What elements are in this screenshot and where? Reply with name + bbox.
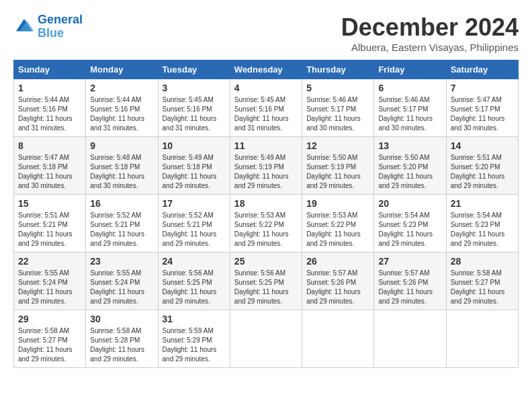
day-info: Sunrise: 5:58 AMSunset: 5:28 PMDaylight:…: [90, 327, 144, 363]
calendar-cell: 4 Sunrise: 5:45 AMSunset: 5:16 PMDayligh…: [230, 79, 302, 137]
weekday-header-friday: Friday: [374, 60, 446, 79]
day-info: Sunrise: 5:49 AMSunset: 5:18 PMDaylight:…: [163, 154, 217, 189]
calendar-cell: 29 Sunrise: 5:58 AMSunset: 5:27 PMDaylig…: [14, 310, 86, 368]
day-info: Sunrise: 5:47 AMSunset: 5:18 PMDaylight:…: [18, 154, 73, 189]
day-number: 5: [306, 83, 369, 93]
calendar-cell: 20 Sunrise: 5:54 AMSunset: 5:23 PMDaylig…: [374, 195, 446, 253]
day-number: 16: [90, 198, 153, 209]
calendar-cell: 30 Sunrise: 5:58 AMSunset: 5:28 PMDaylig…: [86, 310, 158, 368]
day-info: Sunrise: 5:50 AMSunset: 5:20 PMDaylight:…: [378, 154, 433, 189]
day-info: Sunrise: 5:55 AMSunset: 5:24 PMDaylight:…: [90, 269, 144, 305]
day-number: 3: [163, 83, 226, 93]
calendar-cell: 31 Sunrise: 5:59 AMSunset: 5:29 PMDaylig…: [158, 310, 230, 368]
calendar-cell: 28 Sunrise: 5:58 AMSunset: 5:27 PMDaylig…: [446, 253, 518, 310]
day-info: Sunrise: 5:53 AMSunset: 5:22 PMDaylight:…: [234, 212, 289, 247]
calendar-cell: 13 Sunrise: 5:50 AMSunset: 5:20 PMDaylig…: [374, 137, 446, 195]
day-info: Sunrise: 5:49 AMSunset: 5:19 PMDaylight:…: [234, 154, 289, 189]
calendar-cell: 22 Sunrise: 5:55 AMSunset: 5:24 PMDaylig…: [14, 253, 86, 310]
calendar-cell: 1 Sunrise: 5:44 AMSunset: 5:16 PMDayligh…: [14, 79, 86, 137]
calendar-cell: 19 Sunrise: 5:53 AMSunset: 5:22 PMDaylig…: [302, 195, 374, 253]
calendar-cell: 6 Sunrise: 5:46 AMSunset: 5:17 PMDayligh…: [374, 79, 446, 137]
calendar-cell: 23 Sunrise: 5:55 AMSunset: 5:24 PMDaylig…: [86, 253, 158, 310]
day-number: 12: [306, 140, 369, 151]
day-info: Sunrise: 5:52 AMSunset: 5:21 PMDaylight:…: [163, 212, 217, 247]
calendar-cell: 25 Sunrise: 5:56 AMSunset: 5:25 PMDaylig…: [230, 253, 302, 310]
day-info: Sunrise: 5:45 AMSunset: 5:16 PMDaylight:…: [163, 96, 217, 132]
weekday-header-thursday: Thursday: [302, 60, 374, 79]
day-number: 13: [378, 140, 441, 151]
calendar-table: SundayMondayTuesdayWednesdayThursdayFrid…: [13, 60, 519, 368]
day-info: Sunrise: 5:58 AMSunset: 5:27 PMDaylight:…: [451, 269, 505, 305]
day-number: 27: [378, 256, 441, 267]
day-number: 19: [306, 198, 369, 209]
day-info: Sunrise: 5:54 AMSunset: 5:23 PMDaylight:…: [378, 212, 433, 247]
weekday-header-saturday: Saturday: [446, 60, 518, 79]
calendar-cell: 17 Sunrise: 5:52 AMSunset: 5:21 PMDaylig…: [158, 195, 230, 253]
day-info: Sunrise: 5:56 AMSunset: 5:25 PMDaylight:…: [234, 269, 289, 305]
day-number: 10: [163, 140, 226, 151]
day-number: 11: [234, 140, 298, 151]
day-number: 26: [306, 256, 369, 267]
calendar-cell: 18 Sunrise: 5:53 AMSunset: 5:22 PMDaylig…: [230, 195, 302, 253]
day-number: 28: [451, 256, 514, 267]
day-number: 1: [18, 83, 81, 93]
day-number: 6: [378, 83, 441, 93]
week-row-1: 1 Sunrise: 5:44 AMSunset: 5:16 PMDayligh…: [14, 79, 519, 137]
calendar-cell: 15 Sunrise: 5:51 AMSunset: 5:21 PMDaylig…: [14, 195, 86, 253]
day-info: Sunrise: 5:51 AMSunset: 5:20 PMDaylight:…: [451, 154, 505, 189]
calendar-cell: [302, 310, 374, 368]
day-number: 31: [163, 314, 226, 324]
week-row-3: 15 Sunrise: 5:51 AMSunset: 5:21 PMDaylig…: [14, 195, 519, 253]
day-number: 29: [18, 314, 81, 324]
day-info: Sunrise: 5:52 AMSunset: 5:21 PMDaylight:…: [90, 212, 144, 247]
calendar-cell: [230, 310, 302, 368]
day-info: Sunrise: 5:58 AMSunset: 5:27 PMDaylight:…: [18, 327, 73, 363]
day-number: 14: [451, 140, 514, 151]
page-header: General Blue December 2024 Albuera, East…: [13, 13, 519, 53]
day-info: Sunrise: 5:51 AMSunset: 5:21 PMDaylight:…: [18, 212, 73, 247]
day-number: 2: [90, 83, 153, 93]
calendar-cell: 27 Sunrise: 5:57 AMSunset: 5:26 PMDaylig…: [374, 253, 446, 310]
day-info: Sunrise: 5:46 AMSunset: 5:17 PMDaylight:…: [378, 96, 433, 132]
day-info: Sunrise: 5:54 AMSunset: 5:23 PMDaylight:…: [451, 212, 505, 247]
weekday-header-tuesday: Tuesday: [158, 60, 230, 79]
day-number: 4: [234, 83, 298, 93]
weekday-header-sunday: Sunday: [14, 60, 86, 79]
calendar-cell: [374, 310, 446, 368]
day-info: Sunrise: 5:50 AMSunset: 5:19 PMDaylight:…: [306, 154, 361, 189]
calendar-cell: 24 Sunrise: 5:56 AMSunset: 5:25 PMDaylig…: [158, 253, 230, 310]
day-number: 18: [234, 198, 298, 209]
day-number: 22: [18, 256, 81, 267]
week-row-4: 22 Sunrise: 5:55 AMSunset: 5:24 PMDaylig…: [14, 253, 519, 310]
calendar-cell: 9 Sunrise: 5:48 AMSunset: 5:18 PMDayligh…: [86, 137, 158, 195]
logo: General Blue: [13, 13, 83, 40]
day-info: Sunrise: 5:45 AMSunset: 5:16 PMDaylight:…: [234, 96, 289, 132]
location: Albuera, Eastern Visayas, Philippines: [341, 42, 519, 53]
calendar-cell: 10 Sunrise: 5:49 AMSunset: 5:18 PMDaylig…: [158, 137, 230, 195]
day-number: 24: [163, 256, 226, 267]
day-number: 23: [90, 256, 153, 267]
day-info: Sunrise: 5:46 AMSunset: 5:17 PMDaylight:…: [306, 96, 361, 132]
day-number: 20: [378, 198, 441, 209]
calendar-cell: 26 Sunrise: 5:57 AMSunset: 5:26 PMDaylig…: [302, 253, 374, 310]
day-info: Sunrise: 5:57 AMSunset: 5:26 PMDaylight:…: [306, 269, 361, 305]
title-area: December 2024 Albuera, Eastern Visayas, …: [341, 13, 519, 53]
day-number: 9: [90, 140, 153, 151]
calendar-cell: 14 Sunrise: 5:51 AMSunset: 5:20 PMDaylig…: [446, 137, 518, 195]
day-number: 17: [163, 198, 226, 209]
day-info: Sunrise: 5:59 AMSunset: 5:29 PMDaylight:…: [163, 327, 217, 363]
weekday-header-row: SundayMondayTuesdayWednesdayThursdayFrid…: [14, 60, 519, 79]
month-title: December 2024: [341, 13, 519, 42]
calendar-cell: 7 Sunrise: 5:47 AMSunset: 5:17 PMDayligh…: [446, 79, 518, 137]
day-info: Sunrise: 5:48 AMSunset: 5:18 PMDaylight:…: [90, 154, 144, 189]
day-number: 21: [451, 198, 514, 209]
calendar-cell: [446, 310, 518, 368]
day-number: 7: [451, 83, 514, 93]
week-row-2: 8 Sunrise: 5:47 AMSunset: 5:18 PMDayligh…: [14, 137, 519, 195]
day-info: Sunrise: 5:56 AMSunset: 5:25 PMDaylight:…: [163, 269, 217, 305]
day-info: Sunrise: 5:55 AMSunset: 5:24 PMDaylight:…: [18, 269, 73, 305]
calendar-cell: 5 Sunrise: 5:46 AMSunset: 5:17 PMDayligh…: [302, 79, 374, 137]
day-number: 25: [234, 256, 298, 267]
calendar-cell: 8 Sunrise: 5:47 AMSunset: 5:18 PMDayligh…: [14, 137, 86, 195]
weekday-header-wednesday: Wednesday: [230, 60, 302, 79]
